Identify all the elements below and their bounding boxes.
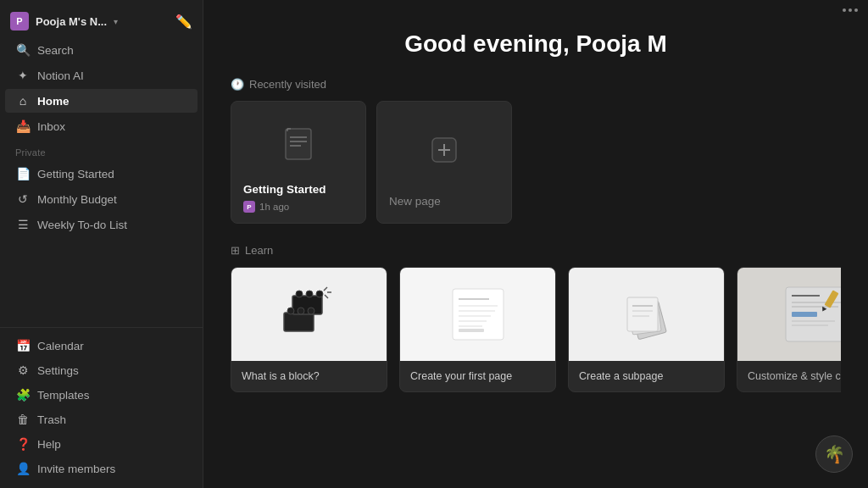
options-menu[interactable] [843,8,858,12]
inbox-label: Inbox [37,120,65,133]
card-meta: P 1h ago [243,201,353,213]
svg-rect-28 [627,297,658,331]
help-icon: ❓ [15,436,31,452]
main-content: Good evening, Pooja M 🕐 Recently visited [203,0,868,488]
svg-point-14 [308,308,314,314]
templates-icon: 🧩 [15,387,31,402]
svg-rect-7 [284,313,314,331]
greeting-heading: Good evening, Pooja M [203,30,868,58]
sidebar-item-invite[interactable]: 👤 Invite members [5,457,198,480]
sidebar: P Pooja M's N... ▾ ✏️ 🔍 Search ✦ Notion … [0,0,203,488]
card-getting-started[interactable]: Getting Started P 1h ago [231,101,366,224]
inbox-icon: 📥 [15,119,31,134]
sidebar-item-notion-ai[interactable]: ✦ Notion AI [5,64,198,87]
workspace-avatar: P [10,12,29,30]
sidebar-item-trash[interactable]: 🗑 Trash [5,408,198,431]
svg-rect-0 [286,129,311,159]
card-new-icon-area [389,114,499,191]
calendar-label: Calendar [37,340,84,352]
svg-rect-25 [459,329,484,332]
card-new-page-title: New page [389,195,499,208]
learn-card-subpage[interactable]: Create a subpage [568,267,725,392]
learn-card-subpage-label: Create a subpage [569,361,724,391]
sidebar-item-help[interactable]: ❓ Help [5,432,198,456]
svg-point-12 [287,308,294,314]
trash-icon: 🗑 [15,412,31,427]
learn-card-first-page[interactable]: Create your first page [399,267,556,392]
dot2 [849,8,852,12]
doc-icon [284,127,313,167]
sidebar-item-weekly-todo[interactable]: ☰ Weekly To-do List [5,213,198,236]
learn-cards-row: What is a block? Create yo [231,267,841,392]
card-new-page[interactable]: New page [376,101,512,224]
plus-icon [431,137,457,168]
svg-point-13 [298,308,304,314]
settings-label: Settings [37,364,79,377]
sidebar-item-templates[interactable]: 🧩 Templates [5,383,198,407]
learn-icon: ⊞ [231,244,240,257]
todo-icon: ☰ [15,217,31,232]
sidebar-item-inbox[interactable]: 📥 Inbox [5,114,198,138]
recently-visited-title: 🕐 Recently visited [231,78,841,91]
learn-card-first-page-image [400,268,555,361]
card-getting-started-title: Getting Started [243,183,353,196]
chevron-down-icon: ▾ [114,17,118,26]
floating-icon: 🌴 [824,444,845,464]
workspace-header: P Pooja M's N... ▾ ✏️ [0,7,203,36]
search-icon: 🔍 [15,42,31,58]
page-icon: 📄 [15,166,31,181]
svg-rect-36 [792,312,817,317]
learn-section: ⊞ Learn [203,244,868,392]
sidebar-item-settings[interactable]: ⚙ Settings [5,358,198,382]
weekly-todo-label: Weekly To-do List [37,219,127,231]
learn-card-block-image [231,268,387,361]
card-time: 1h ago [259,202,289,212]
svg-rect-8 [292,296,322,314]
private-section-label: Private [0,139,203,161]
notion-ai-label: Notion AI [37,69,84,82]
svg-point-11 [316,291,323,297]
sidebar-bottom: 📅 Calendar ⚙ Settings 🧩 Templates 🗑 Tras… [0,327,203,481]
notion-ai-icon: ✦ [15,68,31,83]
monthly-budget-label: Monthly Budget [37,193,117,206]
budget-icon: ↺ [15,191,31,207]
new-page-icon[interactable]: ✏️ [175,14,192,30]
learn-card-first-page-label: Create your first page [400,361,555,391]
svg-line-17 [325,295,328,298]
dot1 [843,8,846,12]
recently-visited-cards: Getting Started P 1h ago New [231,101,841,224]
card-avatar: P [243,201,255,213]
dot3 [854,8,858,12]
clock-icon: 🕐 [231,78,244,91]
home-icon: ⌂ [15,93,31,108]
workspace-switcher[interactable]: P Pooja M's N... ▾ [10,12,118,30]
trash-label: Trash [37,413,66,426]
calendar-icon: 📅 [15,338,31,353]
workspace-name: Pooja M's N... [36,15,107,28]
card-doc-icon-area [243,114,353,180]
help-label: Help [37,438,61,451]
svg-point-9 [296,291,303,297]
getting-started-label: Getting Started [37,168,114,180]
svg-line-15 [324,287,327,291]
settings-icon: ⚙ [15,363,31,378]
sidebar-item-home[interactable]: ⌂ Home [5,89,198,113]
floating-help-button[interactable]: 🌴 [815,435,853,473]
sidebar-item-monthly-budget[interactable]: ↺ Monthly Budget [5,187,198,211]
templates-label: Templates [37,389,90,402]
invite-label: Invite members [37,463,115,475]
learn-card-customize-image [737,268,841,361]
learn-card-block[interactable]: What is a block? [231,267,387,392]
sidebar-item-getting-started[interactable]: 📄 Getting Started [5,162,198,186]
invite-icon: 👤 [15,461,31,476]
sidebar-item-search[interactable]: 🔍 Search [5,38,198,62]
learn-card-block-label: What is a block? [231,361,387,391]
learn-card-subpage-image [569,268,724,361]
search-label: Search [37,44,74,57]
sidebar-item-calendar[interactable]: 📅 Calendar [5,334,198,358]
learn-card-customize-label: Customize & style content [737,361,841,391]
svg-point-10 [306,291,313,297]
learn-card-customize[interactable]: Customize & style content [737,267,841,392]
home-label: Home [37,95,70,108]
learn-title: ⊞ Learn [231,244,841,257]
